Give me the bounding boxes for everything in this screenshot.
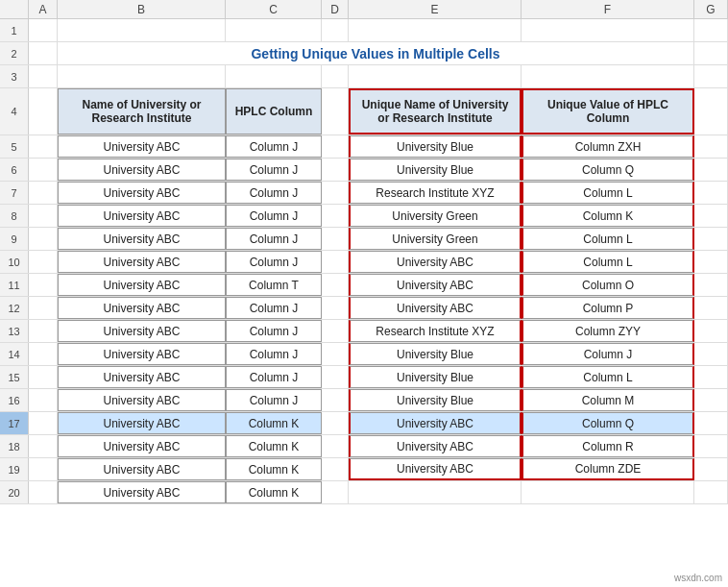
grid-row[interactable]: 5University ABCColumn JUniversity BlueCo… [0,135,728,159]
cell-g[interactable] [694,42,728,64]
cell-d[interactable] [322,205,349,227]
cell-e[interactable] [349,19,522,41]
grid-row[interactable]: 1 [0,19,728,42]
cell-g[interactable] [694,251,728,273]
cell-f[interactable] [522,19,694,41]
grid-row[interactable]: 9University ABCColumn JUniversity GreenC… [0,228,728,251]
grid-row[interactable]: 20University ABCColumn K [0,481,728,504]
cell-d[interactable] [322,366,349,388]
grid-row[interactable]: 6University ABCColumn JUniversity BlueCo… [0,159,728,182]
cell-g[interactable] [694,205,728,227]
cell-g[interactable] [694,412,728,434]
cell-a[interactable] [29,343,58,365]
cell-a[interactable] [29,481,58,503]
cell-a[interactable] [29,159,58,181]
cell-d[interactable] [322,389,349,411]
left-hplc-cell: Column J [226,297,322,319]
col-header-d[interactable]: D [322,0,349,18]
left-name-cell: University ABC [58,297,226,319]
grid-row[interactable]: 18University ABCColumn KUniversity ABCCo… [0,435,728,458]
col-header-a[interactable]: A [29,0,58,18]
cell-g[interactable] [694,435,728,457]
cell-a[interactable] [29,88,58,135]
cell-d[interactable] [322,412,349,434]
cell-g[interactable] [694,458,728,480]
cell-a[interactable] [29,458,58,480]
grid-row[interactable]: 17University ABCColumn KUniversity ABCCo… [0,412,728,435]
cell-g[interactable] [694,65,728,87]
cell-g[interactable] [694,481,728,503]
cell-b[interactable] [58,19,226,41]
left-table-header-name: Name of University or Research Institute [58,88,226,135]
grid-row[interactable]: 19University ABCColumn KUniversity ABCCo… [0,458,728,481]
cell-d[interactable] [322,343,349,365]
grid-row[interactable]: 4Name of University or Research Institut… [0,88,728,135]
grid-row[interactable]: 15University ABCColumn JUniversity BlueC… [0,366,728,389]
col-header-e[interactable]: E [349,0,522,18]
grid-row[interactable]: 2Getting Unique Values in Multiple Cells [0,42,728,65]
grid-row[interactable]: 7University ABCColumn JResearch Institut… [0,182,728,205]
cell-d[interactable] [322,481,349,503]
cell-a[interactable] [29,135,58,158]
cell-g[interactable] [694,343,728,365]
cell-g[interactable] [694,274,728,296]
cell-d[interactable] [322,274,349,296]
cell-a[interactable] [29,19,58,41]
cell-d[interactable] [322,182,349,204]
cell-g[interactable] [694,182,728,204]
left-hplc-cell: Column T [226,274,322,296]
cell-g[interactable] [694,366,728,388]
col-header-b[interactable]: B [58,0,226,18]
grid-row[interactable]: 13University ABCColumn JResearch Institu… [0,320,728,343]
cell-g[interactable] [694,88,728,135]
cell-g[interactable] [694,159,728,181]
cell-g[interactable] [694,135,728,158]
cell-c[interactable] [226,65,322,87]
cell-d[interactable] [322,251,349,273]
cell-a[interactable] [29,65,58,87]
cell-a[interactable] [29,297,58,319]
cell-d[interactable] [322,65,349,87]
cell-a[interactable] [29,42,58,64]
col-header-g[interactable]: G [694,0,728,18]
grid-row[interactable]: 10University ABCColumn JUniversity ABCCo… [0,251,728,274]
cell-a[interactable] [29,205,58,227]
grid-row[interactable]: 16University ABCColumn JUniversity BlueC… [0,389,728,412]
cell-a[interactable] [29,320,58,342]
cell-g[interactable] [694,297,728,319]
cell-a[interactable] [29,389,58,411]
grid-row[interactable]: 12University ABCColumn JUniversity ABCCo… [0,297,728,320]
cell-d[interactable] [322,228,349,250]
cell-a[interactable] [29,251,58,273]
cell-g[interactable] [694,389,728,411]
cell-d[interactable] [322,159,349,181]
cell-a[interactable] [29,412,58,434]
cell-d[interactable] [322,19,349,41]
cell-g[interactable] [694,320,728,342]
cell-f[interactable] [522,65,694,87]
cell-g[interactable] [694,228,728,250]
cell-c[interactable] [226,19,322,41]
cell-d[interactable] [322,320,349,342]
cell-d[interactable] [322,135,349,158]
col-header-c[interactable]: C [226,0,322,18]
grid-row[interactable]: 3 [0,65,728,88]
right-hplc-cell: Column P [522,297,694,319]
cell-a[interactable] [29,366,58,388]
cell-d[interactable] [322,297,349,319]
cell-a[interactable] [29,274,58,296]
grid-row[interactable]: 11University ABCColumn TUniversity ABCCo… [0,274,728,297]
cell-d[interactable] [322,435,349,457]
cell-g[interactable] [694,19,728,41]
cell-a[interactable] [29,435,58,457]
grid-row[interactable]: 8University ABCColumn JUniversity GreenC… [0,205,728,228]
cell-b[interactable] [58,65,226,87]
cell-e[interactable] [349,65,522,87]
cell-d[interactable] [322,458,349,480]
cell-a[interactable] [29,182,58,204]
col-header-f[interactable]: F [522,0,694,18]
left-hplc-cell: Column J [226,228,322,250]
grid-row[interactable]: 14University ABCColumn JUniversity BlueC… [0,343,728,366]
cell-d[interactable] [322,88,349,135]
cell-a[interactable] [29,228,58,250]
